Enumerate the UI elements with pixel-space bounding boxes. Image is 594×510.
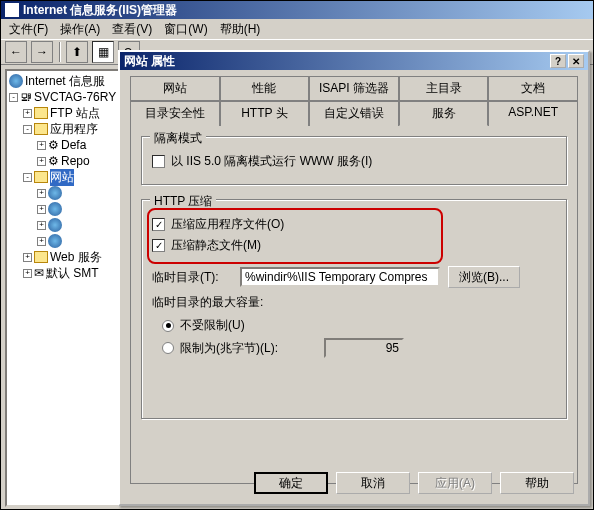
tab-dirsec[interactable]: 目录安全性 [130, 101, 220, 126]
dialog-titlebar: 网站 属性 ? ✕ [120, 52, 588, 70]
menu-action[interactable]: 操作(A) [56, 19, 104, 40]
isolation-checkbox[interactable] [152, 155, 165, 168]
compress-static-label: 压缩静态文件(M) [171, 237, 261, 254]
menu-window[interactable]: 窗口(W) [160, 19, 211, 40]
expand-icon[interactable]: + [37, 141, 46, 150]
tab-aspnet[interactable]: ASP.NET [488, 101, 578, 126]
tab-documents[interactable]: 文档 [488, 76, 578, 101]
compress-group: HTTP 压缩 ✓ 压缩应用程序文件(O) ✓ 压缩静态文件(M) 临时目录(T… [141, 199, 567, 419]
menu-help[interactable]: 帮助(H) [216, 19, 265, 40]
menu-view[interactable]: 查看(V) [108, 19, 156, 40]
close-icon[interactable]: ✕ [568, 54, 584, 68]
limit-value-input: 95 [324, 338, 404, 358]
folder-icon [34, 123, 48, 135]
unlimited-label: 不受限制(U) [180, 317, 245, 334]
tree-site-4[interactable]: + [9, 233, 125, 249]
tab-customerr[interactable]: 自定义错误 [309, 101, 399, 126]
tree-defa[interactable]: +⚙Defa [9, 137, 125, 153]
tree-site-2[interactable]: + [9, 201, 125, 217]
folder-icon [34, 251, 48, 263]
expand-icon[interactable]: + [37, 189, 46, 198]
menu-file[interactable]: 文件(F) [5, 19, 52, 40]
tab-row-2: 目录安全性 HTTP 头 自定义错误 服务 ASP.NET [130, 101, 578, 126]
tempdir-label: 临时目录(T): [152, 269, 232, 286]
tab-service[interactable]: 服务 [399, 101, 489, 126]
tree-smtp[interactable]: +✉默认 SMT [9, 265, 125, 281]
site-icon [48, 202, 62, 216]
main-title: Internet 信息服务(IIS)管理器 [23, 2, 177, 19]
compress-group-label: HTTP 压缩 [150, 193, 216, 210]
site-icon [48, 234, 62, 248]
isolation-checkbox-label: 以 IIS 5.0 隔离模式运行 WWW 服务(I) [171, 153, 372, 170]
app-icon [5, 3, 19, 17]
browse-button[interactable]: 浏览(B)... [448, 266, 520, 288]
dialog-button-row: 确定 取消 应用(A) 帮助 [254, 472, 574, 494]
maxsize-label: 临时目录的最大容量: [152, 294, 263, 311]
tree-ftp[interactable]: +FTP 站点 [9, 105, 125, 121]
tree-server[interactable]: -🖳SVCTAG-76RY [9, 89, 125, 105]
up-button[interactable]: ⬆ [66, 41, 88, 63]
properties-button[interactable]: ▦ [92, 41, 114, 63]
tempdir-input[interactable]: %windir%\IIS Temporary Compres [240, 267, 440, 287]
expand-icon[interactable]: + [37, 237, 46, 246]
tree-websites[interactable]: -网站 [9, 169, 125, 185]
apply-button: 应用(A) [418, 472, 492, 494]
tree-apppool[interactable]: -应用程序 [9, 121, 125, 137]
dialog-title: 网站 属性 [124, 53, 175, 70]
help-icon[interactable]: ? [550, 54, 566, 68]
tree-webserv[interactable]: +Web 服务 [9, 249, 125, 265]
compress-static-checkbox[interactable]: ✓ [152, 239, 165, 252]
tree-site-1[interactable]: + [9, 185, 125, 201]
collapse-icon[interactable]: - [23, 173, 32, 182]
expand-icon[interactable]: + [23, 253, 32, 262]
compress-app-checkbox[interactable]: ✓ [152, 218, 165, 231]
collapse-icon[interactable]: - [23, 125, 32, 134]
expand-icon[interactable]: + [37, 157, 46, 166]
limited-label: 限制为(兆字节)(L): [180, 340, 278, 357]
site-icon [48, 218, 62, 232]
folder-icon [34, 107, 48, 119]
site-icon [48, 186, 62, 200]
tree-root[interactable]: Internet 信息服 [9, 73, 125, 89]
expand-icon[interactable]: + [23, 269, 32, 278]
tab-website[interactable]: 网站 [130, 76, 220, 101]
tree-panel[interactable]: Internet 信息服 -🖳SVCTAG-76RY +FTP 站点 -应用程序… [5, 69, 129, 507]
collapse-icon[interactable]: - [9, 93, 18, 102]
tree-repo[interactable]: +⚙Repo [9, 153, 125, 169]
tab-body: 隔离模式 以 IIS 5.0 隔离模式运行 WWW 服务(I) HTTP 压缩 … [130, 126, 578, 484]
expand-icon[interactable]: + [23, 109, 32, 118]
cancel-button[interactable]: 取消 [336, 472, 410, 494]
compress-app-label: 压缩应用程序文件(O) [171, 216, 284, 233]
isolation-group: 隔离模式 以 IIS 5.0 隔离模式运行 WWW 服务(I) [141, 136, 567, 185]
menubar: 文件(F) 操作(A) 查看(V) 窗口(W) 帮助(H) [1, 19, 593, 39]
toolbar-separator [59, 42, 60, 62]
tab-container: 网站 性能 ISAPI 筛选器 主目录 文档 目录安全性 HTTP 头 自定义错… [130, 76, 578, 484]
expand-icon[interactable]: + [37, 205, 46, 214]
help-button[interactable]: 帮助 [500, 472, 574, 494]
tab-httpheaders[interactable]: HTTP 头 [220, 101, 310, 126]
back-button[interactable]: ← [5, 41, 27, 63]
folder-icon [34, 171, 48, 183]
tab-row-1: 网站 性能 ISAPI 筛选器 主目录 文档 [130, 76, 578, 101]
ok-button[interactable]: 确定 [254, 472, 328, 494]
expand-icon[interactable]: + [37, 221, 46, 230]
tab-homedir[interactable]: 主目录 [399, 76, 489, 101]
tab-isapi[interactable]: ISAPI 筛选器 [309, 76, 399, 101]
tab-performance[interactable]: 性能 [220, 76, 310, 101]
forward-button[interactable]: → [31, 41, 53, 63]
globe-icon [9, 74, 23, 88]
isolation-group-label: 隔离模式 [150, 130, 206, 147]
website-properties-dialog: 网站 属性 ? ✕ 网站 性能 ISAPI 筛选器 主目录 文档 目录安全性 H… [118, 50, 590, 506]
tree-site-3[interactable]: + [9, 217, 125, 233]
unlimited-radio[interactable] [162, 320, 174, 332]
main-titlebar: Internet 信息服务(IIS)管理器 [1, 1, 593, 19]
limited-radio[interactable] [162, 342, 174, 354]
